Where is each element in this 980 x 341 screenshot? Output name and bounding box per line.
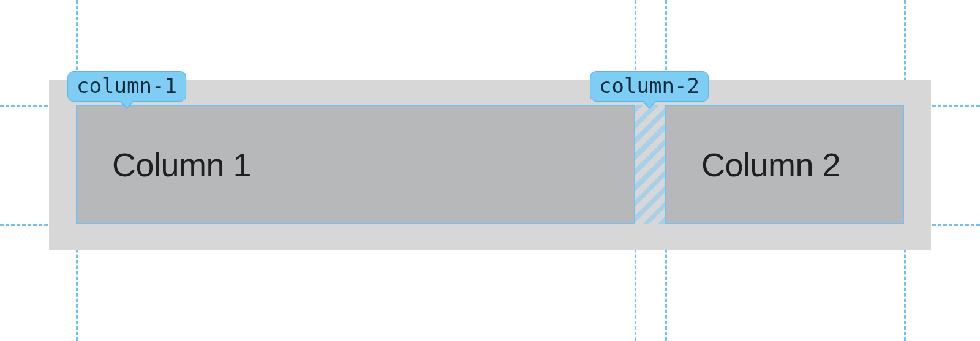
grid-column-1: Column 1 bbox=[76, 105, 635, 224]
grid-column-gap bbox=[635, 105, 665, 224]
grid-column-1-label: Column 1 bbox=[112, 146, 251, 184]
grid-column-2: Column 2 bbox=[665, 105, 904, 224]
grid-column-2-label: Column 2 bbox=[701, 146, 840, 184]
grid-line-badge-column-2: column-2 bbox=[590, 71, 709, 102]
grid-line-badge-column-1: column-1 bbox=[67, 71, 186, 102]
grid-track-area: Column 1 Column 2 bbox=[76, 105, 904, 224]
grid-container: Column 1 Column 2 bbox=[49, 80, 931, 250]
